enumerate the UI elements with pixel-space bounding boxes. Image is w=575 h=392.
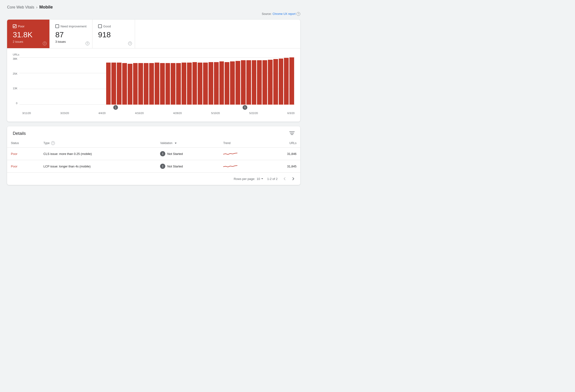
chart-bar xyxy=(166,63,170,105)
rows-per-page-label: Rows per page: xyxy=(234,177,255,181)
x-label-2: 3/23/20 xyxy=(60,112,69,114)
tile-good[interactable]: Good 918 ? xyxy=(93,20,135,48)
chart-bar xyxy=(230,61,235,105)
chart-bar xyxy=(209,62,213,105)
details-table: Status Type ? Validation xyxy=(7,139,300,172)
tile-poor[interactable]: Poor 31.8K 2 issues ? xyxy=(7,20,50,48)
chart-bar xyxy=(214,62,219,105)
tile-good-help[interactable]: ? xyxy=(128,41,132,45)
x-label-5: 4/28/20 xyxy=(173,112,182,114)
checkbox-checked-icon xyxy=(13,24,17,28)
x-label-1: 3/11/20 xyxy=(22,112,31,114)
breadcrumb-separator: › xyxy=(36,5,37,9)
chart-bar xyxy=(128,64,132,105)
chevron-left-icon xyxy=(283,177,287,181)
chart-bar xyxy=(219,61,224,105)
row-type: LCP issue: longer than 4s (mobile) xyxy=(40,160,157,173)
y-label-38k: 38K xyxy=(13,57,18,60)
chart-annotation-1[interactable]: 1 xyxy=(113,105,118,110)
chart-bar xyxy=(284,58,289,105)
row-trend xyxy=(219,148,265,160)
chart-bar xyxy=(263,60,267,105)
checkbox-unchecked-good-icon xyxy=(98,24,102,28)
chart-bar xyxy=(246,60,251,105)
col-status: Status xyxy=(7,139,40,148)
source-help-icon[interactable]: ? xyxy=(296,12,300,16)
table-header-row: Status Type ? Validation xyxy=(7,139,300,148)
table-row[interactable]: Poor CLS issue: more than 0.25 (mobile) … xyxy=(7,148,300,160)
chart-bar xyxy=(273,59,278,105)
chart-bar xyxy=(257,60,262,105)
row-status: Poor xyxy=(7,160,40,173)
row-validation-text: Not Started xyxy=(167,152,183,156)
chart-bar xyxy=(160,63,165,105)
chart-bar xyxy=(138,63,143,105)
chart-bar xyxy=(289,57,294,105)
pagination-row: Rows per page: 10 1-2 of 2 xyxy=(7,172,300,185)
source-link[interactable]: Chrome UX report xyxy=(273,12,295,16)
tile-need-help[interactable]: ? xyxy=(86,41,89,45)
good-help-icon[interactable]: ? xyxy=(128,42,132,45)
x-label-4: 4/16/20 xyxy=(135,112,144,114)
chart-x-axis: 3/11/20 3/23/20 4/4/20 4/16/20 4/28/20 5… xyxy=(13,112,295,114)
prev-page-button[interactable] xyxy=(281,175,288,182)
chart-bar xyxy=(122,63,127,105)
tile-poor-issues: 2 issues xyxy=(13,40,44,44)
breadcrumb-parent[interactable]: Core Web Vitals xyxy=(7,5,34,9)
need-help-icon[interactable]: ? xyxy=(86,42,89,45)
page-nav xyxy=(281,175,296,182)
y-label-25k: 25K xyxy=(13,72,18,75)
tile-need-issues: 3 issues xyxy=(55,40,87,44)
chart-bar xyxy=(149,63,154,105)
next-page-button[interactable] xyxy=(290,175,296,182)
rows-per-page-value: 10 xyxy=(257,177,260,181)
y-label-13k: 13K xyxy=(13,87,18,90)
poor-help-icon[interactable]: ? xyxy=(43,42,47,45)
rows-dropdown-icon xyxy=(261,177,264,180)
chart-bar xyxy=(155,63,159,105)
checkbox-unchecked-icon xyxy=(55,24,59,28)
svg-rect-1 xyxy=(56,24,59,28)
breadcrumb: Core Web Vitals › Mobile xyxy=(7,5,300,10)
rows-per-page-select[interactable]: 10 xyxy=(257,177,263,181)
col-type: Type ? xyxy=(40,139,157,148)
tile-poor-help[interactable]: ? xyxy=(43,41,47,45)
chart-y-label: URLs xyxy=(13,53,295,56)
rows-per-page: Rows per page: 10 xyxy=(234,177,264,181)
tile-need-checkbox: Need improvement xyxy=(55,24,87,28)
chart-bar xyxy=(111,63,116,105)
table-row[interactable]: Poor LCP issue: longer than 4s (mobile) … xyxy=(7,160,300,173)
svg-rect-2 xyxy=(98,24,102,28)
chart-bar xyxy=(117,63,121,105)
row-trend xyxy=(219,160,265,173)
chart-inner: 1 5 xyxy=(19,57,295,105)
type-help-icon[interactable]: ? xyxy=(51,141,55,145)
chart-bar xyxy=(176,63,181,105)
row-urls: 31,846 xyxy=(265,148,300,160)
col-urls: URLs xyxy=(265,139,300,148)
filter-icon[interactable] xyxy=(289,131,295,136)
tile-poor-checkbox: Poor xyxy=(13,24,44,28)
row-urls: 31,845 xyxy=(265,160,300,173)
chart-bar xyxy=(203,63,208,105)
breadcrumb-current: Mobile xyxy=(39,5,53,10)
row-validation: ! Not Started xyxy=(156,148,219,160)
x-label-6: 5/10/20 xyxy=(211,112,220,114)
col-validation[interactable]: Validation xyxy=(156,139,219,148)
chart-bar xyxy=(106,63,111,105)
chart-bar xyxy=(279,59,284,105)
chart-bar xyxy=(192,62,197,105)
not-started-icon: ! xyxy=(160,151,165,156)
chart-bar xyxy=(198,63,202,105)
chart-y-axis: 38K 25K 13K 0 xyxy=(13,57,18,105)
validation-sort-icon[interactable] xyxy=(174,142,177,145)
chart-bar xyxy=(236,61,240,105)
tile-need-improvement[interactable]: Need improvement 87 3 issues ? xyxy=(50,20,93,48)
not-started-icon: ! xyxy=(160,164,165,169)
chart-annotation-5[interactable]: 5 xyxy=(242,105,247,110)
source-line: Source: Chrome UX report ? xyxy=(7,12,300,16)
page-info: 1-2 of 2 xyxy=(267,177,278,181)
row-status: Poor xyxy=(7,148,40,160)
chart-bar xyxy=(144,63,148,105)
main-chart-card: Poor 31.8K 2 issues ? Need improvement 8… xyxy=(7,20,300,122)
